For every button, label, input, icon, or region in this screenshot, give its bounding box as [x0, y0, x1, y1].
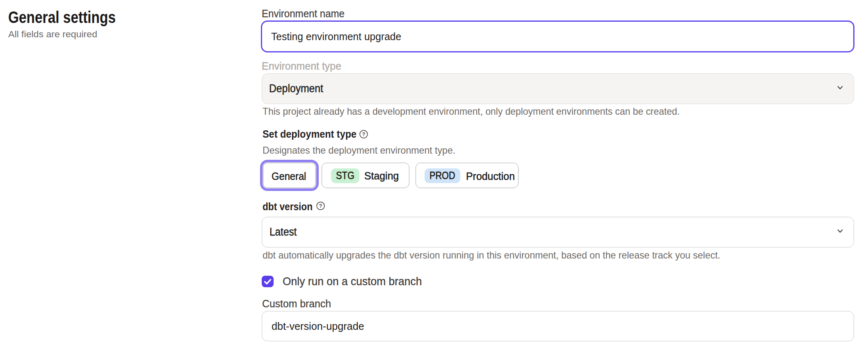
svg-text:?: ? [319, 203, 322, 209]
svg-text:?: ? [362, 131, 365, 137]
